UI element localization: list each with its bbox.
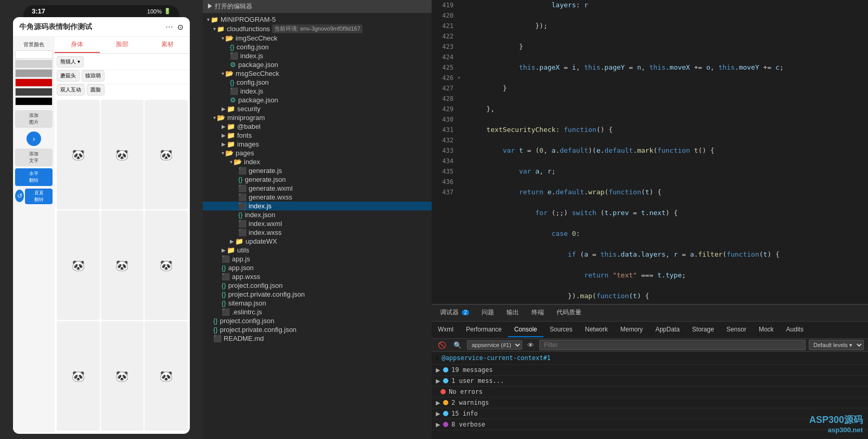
tree-item-package-json-2[interactable]: ⚙ package.json [203,96,432,104]
swatch-white[interactable] [15,50,53,59]
sticker-4[interactable]: 🐼 [57,210,100,320]
tree-item-generate-js[interactable]: ⬛ generate.js [203,166,432,175]
sticker-3[interactable]: 🐼 [145,100,188,209]
sticker-7[interactable]: 🐼 [57,321,100,431]
console-row-warnings[interactable]: ▶ 2 warnings [432,397,868,408]
open-editor-link[interactable]: ▶ 打开的编辑器 [207,2,252,11]
tab-sources[interactable]: Sources [543,323,579,337]
tree-item-index-wxml[interactable]: ⬛ index.wxml [203,219,432,228]
tab-issues[interactable]: 问题 [475,305,500,321]
swatch-medium[interactable] [15,69,53,77]
tree-item-index-js-active[interactable]: ⬛ index.js [203,202,432,210]
console-context-link[interactable]: @appservice-current-context#1 [442,354,551,362]
add-image-button[interactable]: 添加图片 [15,110,53,128]
console-row-errors[interactable]: No errors [432,387,868,397]
project-root[interactable]: ▾ 📁 MINIPROGRAM-5 [203,15,432,24]
swatch-red[interactable] [15,78,53,87]
tab-code-quality[interactable]: 代码质量 [550,305,588,321]
tree-item-index-wxss[interactable]: ⬛ index.wxss [203,228,432,237]
tab-mock[interactable]: Mock [753,323,780,337]
tree-item-imgseccheck[interactable]: ▾ 📂 imgSecCheck [203,34,432,43]
tree-item-index-js-1[interactable]: ⬛ index.js [203,51,432,60]
tab-face[interactable]: 脸部 [100,37,145,53]
pages-icon: 📂 [225,149,234,157]
console-row-messages[interactable]: ▶ 19 messages [432,365,868,376]
tree-item-app-json[interactable]: {} app.json [203,263,432,272]
subcategory-4[interactable]: 圆脸 [87,84,105,96]
phone-menu-dots[interactable]: ··· [165,21,173,32]
tree-item-project-private-config[interactable]: {} project.private.config.json [203,290,432,299]
swatch-black[interactable] [15,97,53,105]
eye-button[interactable]: 👁 [525,340,536,350]
category-dropdown-1[interactable]: 熊猫人 ▾ [57,56,84,68]
sticker-1[interactable]: 🐼 [57,100,100,209]
tab-output[interactable]: 输出 [500,305,525,321]
filter-input[interactable] [539,340,806,350]
tab-performance[interactable]: Performance [460,323,508,337]
tree-item-root-project-config[interactable]: {} project.config.json [203,316,432,325]
swatch-dark[interactable] [15,88,53,96]
subcategory-2[interactable]: 猿琼萌 [82,70,105,82]
tree-item-generate-wxml[interactable]: ⬛ generate.wxml [203,184,432,193]
forward-arrow-button[interactable]: › [27,131,41,146]
sticker-9[interactable]: 🐼 [145,321,188,431]
tab-body[interactable]: 身体 [55,37,100,53]
tab-console[interactable]: Console [508,323,543,337]
tab-audits[interactable]: Audits [780,323,810,337]
console-row-user-messages[interactable]: ▶ 1 user mess... [432,376,868,387]
horizontal-flip-button[interactable]: 水平翻转 [15,168,53,186]
tree-item-generate-wxss[interactable]: ⬛ generate.wxss [203,193,432,202]
tree-item-msgseccheck[interactable]: ▾ 📂 msgSecCheck [203,69,432,78]
subcategory-1[interactable]: 蘑菇头 [57,70,80,82]
tab-network[interactable]: Network [579,323,614,337]
console-row-info[interactable]: ▶ 15 info [432,408,868,419]
tree-item-sitemap[interactable]: {} sitemap.json [203,299,432,308]
tree-item-readme[interactable]: ⬛ README.md [203,334,432,343]
clear-console-button[interactable]: 🚫 [436,340,448,350]
tree-item-app-wxss[interactable]: ⬛ app.wxss [203,272,432,281]
sticker-2[interactable]: 🐼 [101,100,144,209]
console-row-verbose[interactable]: ▶ 8 verbose [432,419,868,430]
tree-item-config-json-2[interactable]: {} config.json [203,78,432,87]
tree-item-fonts[interactable]: ▶ 📁 fonts [203,131,432,140]
tab-materials[interactable]: 素材 [145,37,190,53]
tab-debugger[interactable]: 调试器 2 [434,305,475,321]
sticker-8[interactable]: 🐼 [101,321,144,431]
tree-item-project-config[interactable]: {} project.config.json [203,281,432,290]
tree-item-images[interactable]: ▶ 📁 images [203,140,432,149]
tab-wxml[interactable]: Wxml [432,323,460,337]
tab-storage[interactable]: Storage [686,323,720,337]
tree-item-root-project-private[interactable]: {} project.private.config.json [203,325,432,334]
tree-item-package-json-1[interactable]: ⚙ package.json [203,60,432,69]
tree-item-utils[interactable]: ▶ 📁 utils [203,246,432,255]
tab-terminal[interactable]: 终端 [525,305,550,321]
tree-item-index-js-2[interactable]: ⬛ index.js [203,87,432,96]
sticker-5[interactable]: 🐼 [101,210,144,320]
rotate-left-button[interactable]: ↺ [15,190,24,202]
tree-item-app-js[interactable]: ⬛ app.js [203,255,432,263]
context-select[interactable]: appservice (#1) [467,340,522,350]
tab-appdata[interactable]: AppData [649,323,686,337]
tab-memory[interactable]: Memory [614,323,649,337]
tree-item-updatewx[interactable]: ▶ 📁 updateWX [203,237,432,246]
subcategory-3[interactable]: 双人互动 [57,84,85,96]
tree-item-generate-json[interactable]: {} generate.json [203,175,432,184]
swatch-light[interactable] [15,60,53,68]
tree-item-index-json[interactable]: {} index.json [203,210,432,219]
phone-record-btn[interactable]: ⊙ [177,23,184,31]
tree-item-babel[interactable]: ▶ 📁 @babel [203,122,432,131]
tree-item-security[interactable]: ▶ 📁 security [203,104,432,113]
cloudfunctions-folder[interactable]: ▾ 📁 cloudfunctions 当前环境: env-3gnovo9mf0f… [203,24,432,34]
add-text-button[interactable]: 添加文字 [15,149,53,166]
filter-toggle-button[interactable]: 🔍 [451,340,464,350]
sticker-6[interactable]: 🐼 [145,210,188,320]
tab-sensor[interactable]: Sensor [720,323,753,337]
tree-item-config-json-1[interactable]: {} config.json [203,43,432,51]
vertical-flip-button[interactable]: 直直翻转 [25,189,53,204]
levels-select[interactable]: Default levels ▾ [809,340,864,350]
tree-item-pages[interactable]: ▾ 📂 pages [203,149,432,157]
tree-item-eslintrc[interactable]: ⬛ .eslintrc.js [203,308,432,316]
console-link-row[interactable]: › @appservice-current-context#1 [432,352,868,365]
tree-item-index-folder[interactable]: ▾ 📂 index [203,157,432,166]
tree-item-miniprogram[interactable]: ▾ 📂 miniprogram [203,113,432,122]
